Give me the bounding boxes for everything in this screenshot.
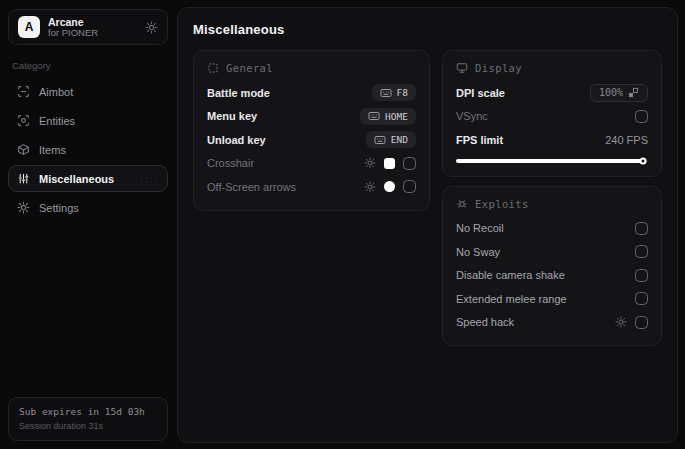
dpi-scale-label: DPI scale — [456, 87, 505, 99]
general-card: General Battle mode F8 — [193, 50, 430, 211]
scale-icon — [628, 87, 639, 98]
battle-mode-row: Battle mode F8 — [207, 81, 416, 105]
exploits-card: Exploits No Recoil No Sway Disable camer… — [442, 186, 662, 347]
subscription-status-card: Sub expires in 15d 03h Session duration … — [8, 397, 168, 441]
slider-fill — [456, 159, 645, 163]
offscreen-arrows-label: Off-Screen arrows — [207, 181, 296, 193]
display-card-title: Display — [475, 62, 522, 74]
gear-icon[interactable] — [145, 21, 158, 34]
package-icon — [17, 143, 30, 156]
extended-melee-range-label: Extended melee range — [456, 293, 567, 305]
exploits-card-title: Exploits — [475, 198, 529, 210]
sidebar-item-label: Items — [39, 144, 66, 156]
no-sway-row: No Sway — [456, 240, 648, 264]
entity-scan-icon — [17, 114, 30, 127]
vsync-row: VSync — [456, 105, 648, 129]
sidebar-item-entities[interactable]: Entities — [8, 107, 168, 134]
offscreen-arrows-settings-gear-icon[interactable] — [364, 181, 376, 193]
sidebar-item-settings[interactable]: Settings — [8, 194, 168, 221]
sidebar: A Arcane for PIONER Category Aimbot — [0, 0, 176, 449]
brand-card: A Arcane for PIONER — [8, 9, 168, 45]
battle-mode-keybind[interactable]: F8 — [372, 84, 416, 101]
crosshair-checkbox[interactable] — [403, 157, 416, 170]
sidebar-item-label: Miscellaneous — [39, 173, 114, 185]
battle-mode-label: Battle mode — [207, 87, 270, 99]
keyboard-icon — [380, 88, 392, 98]
menu-key-label: Menu key — [207, 110, 257, 122]
speed-hack-checkbox[interactable] — [635, 316, 648, 329]
brand-logo: A — [18, 16, 40, 38]
extended-melee-range-checkbox[interactable] — [635, 292, 648, 305]
general-card-title: General — [226, 62, 273, 74]
menu-key-row: Menu key HOME — [207, 105, 416, 129]
page-title: Miscellaneous — [193, 22, 662, 37]
no-sway-checkbox[interactable] — [635, 245, 648, 258]
crosshair-color-swatch[interactable] — [384, 158, 395, 169]
slider-knob[interactable] — [640, 157, 647, 164]
no-recoil-label: No Recoil — [456, 222, 504, 234]
sidebar-item-label: Aimbot — [39, 86, 73, 98]
offscreen-arrows-color-swatch[interactable] — [384, 181, 395, 192]
brand-name: Arcane — [48, 16, 137, 28]
sliders-icon — [17, 172, 30, 185]
vsync-checkbox[interactable] — [635, 110, 648, 123]
no-recoil-checkbox[interactable] — [635, 222, 648, 235]
sidebar-item-miscellaneous[interactable]: Miscellaneous — [8, 165, 168, 192]
keyboard-icon — [374, 135, 386, 145]
gear-icon — [17, 201, 30, 214]
category-nav: Aimbot Entities Items — [8, 78, 168, 221]
disable-camera-shake-label: Disable camera shake — [456, 269, 565, 281]
offscreen-arrows-row: Off-Screen arrows — [207, 175, 416, 199]
no-recoil-row: No Recoil — [456, 217, 648, 241]
scan-icon — [17, 85, 30, 98]
speed-hack-row: Speed hack — [456, 311, 648, 335]
disable-camera-shake-row: Disable camera shake — [456, 264, 648, 288]
sidebar-item-label: Settings — [39, 202, 79, 214]
unload-key-row: Unload key END — [207, 128, 416, 152]
fps-limit-row: FPS limit 240 FPS — [456, 128, 648, 152]
dpi-scale-chip[interactable]: 100% — [590, 84, 648, 102]
menu-key-keybind[interactable]: HOME — [360, 108, 416, 125]
display-card: Display DPI scale 100% — [442, 50, 662, 177]
unload-key-keybind[interactable]: END — [366, 131, 416, 148]
crosshair-row: Crosshair — [207, 152, 416, 176]
main-panel: Miscellaneous General Battle mode — [177, 7, 678, 443]
offscreen-arrows-checkbox[interactable] — [403, 180, 416, 193]
speed-hack-settings-gear-icon[interactable] — [615, 316, 627, 328]
fps-limit-slider[interactable] — [456, 159, 648, 163]
sub-expiry-text: Sub expires in 15d 03h — [19, 405, 157, 419]
vsync-label: VSync — [456, 110, 488, 122]
session-duration-text: Session duration 31s — [19, 420, 157, 434]
brand-subtitle: for PIONER — [48, 28, 137, 39]
sidebar-item-label: Entities — [39, 115, 75, 127]
disable-camera-shake-checkbox[interactable] — [635, 269, 648, 282]
extended-melee-range-row: Extended melee range — [456, 287, 648, 311]
keyboard-icon — [368, 111, 380, 121]
unload-key-label: Unload key — [207, 134, 266, 146]
monitor-icon — [456, 62, 468, 74]
category-label: Category — [12, 60, 164, 71]
sidebar-item-items[interactable]: Items — [8, 136, 168, 163]
dpi-scale-row: DPI scale 100% — [456, 81, 648, 105]
bug-icon — [456, 198, 468, 210]
speed-hack-label: Speed hack — [456, 316, 514, 328]
fps-limit-value: 240 FPS — [605, 134, 648, 146]
fps-limit-label: FPS limit — [456, 134, 503, 146]
sidebar-item-aimbot[interactable]: Aimbot — [8, 78, 168, 105]
box-select-icon — [207, 62, 219, 74]
no-sway-label: No Sway — [456, 246, 500, 258]
crosshair-settings-gear-icon[interactable] — [364, 157, 376, 169]
crosshair-label: Crosshair — [207, 157, 254, 169]
